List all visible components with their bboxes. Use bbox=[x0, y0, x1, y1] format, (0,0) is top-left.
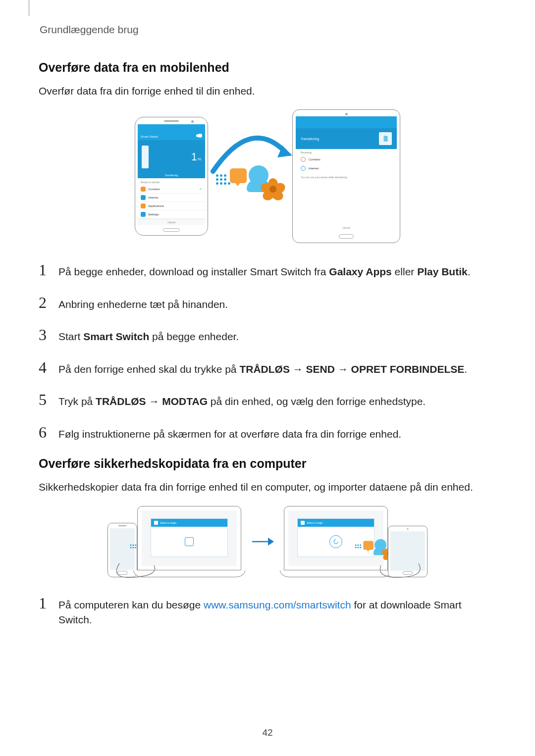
progress-percent: 1% bbox=[191, 151, 201, 163]
step-item: 2 Anbring enhederne tæt på hinanden. bbox=[39, 295, 496, 312]
list-item: Internet bbox=[296, 164, 397, 173]
app-logo-icon bbox=[154, 521, 158, 525]
step-item: 1 På computeren kan du besøge www.samsun… bbox=[39, 595, 496, 628]
list-item: Applications bbox=[138, 202, 205, 210]
settings-icon bbox=[141, 212, 146, 217]
section-intro-computer: Sikkerhedskopier data fra din forrige en… bbox=[39, 480, 496, 495]
tablet-subheader: Receiving bbox=[296, 149, 397, 155]
step-item: 1 På begge enheder, download og installe… bbox=[39, 262, 496, 279]
illustration-small-tablet bbox=[388, 526, 428, 577]
link-smartswitch[interactable]: www.samsung.com/smartswitch bbox=[204, 599, 351, 610]
step-text: Anbring enhederne tæt på hinanden. bbox=[58, 297, 228, 312]
step-item: 6 Følg instruktionerne på skærmen for at… bbox=[39, 424, 496, 442]
home-button-icon bbox=[163, 228, 180, 232]
progress-bar-icon bbox=[142, 146, 149, 168]
figure-transfer-mobile: Smart Switch 1% Transferring Ready to tr… bbox=[39, 109, 496, 243]
step-text: På begge enheder, download og installer … bbox=[58, 264, 471, 279]
tablet-body-note: You can use your device while transferri… bbox=[296, 173, 397, 224]
section-heading-mobile: Overføre data fra en mobilenhed bbox=[39, 60, 496, 75]
step-text: Start Smart Switch på begge enheder. bbox=[58, 329, 239, 344]
step-text: Følg instruktionerne på skærmen for at o… bbox=[58, 427, 401, 442]
contacts-icon bbox=[301, 157, 306, 162]
steps-list-mobile: 1 På begge enheder, download og installe… bbox=[39, 262, 496, 442]
step-text: På computeren kan du besøge www.samsung.… bbox=[58, 598, 496, 628]
tablet-status-label: Transferring bbox=[301, 137, 319, 141]
step-number: 5 bbox=[39, 392, 58, 407]
internet-icon bbox=[301, 166, 306, 171]
dots-grid-icon bbox=[216, 174, 230, 186]
illustration-phone-to-laptop: Select to begin bbox=[107, 506, 241, 577]
list-item: Contacts bbox=[296, 155, 397, 164]
internet-icon bbox=[141, 195, 146, 200]
section-heading-computer: Overføre sikkerhedskopidata fra en compu… bbox=[39, 456, 496, 471]
list-item: Contacts✓ bbox=[138, 185, 205, 194]
dots-grid-icon bbox=[130, 544, 137, 549]
illustration-phone: Smart Switch 1% Transferring Ready to tr… bbox=[135, 117, 208, 236]
step-item: 5 Tryk på TRÅDLØS → MODTAG på din enhed,… bbox=[39, 392, 496, 409]
step-number: 4 bbox=[39, 359, 58, 375]
phone-footer: Cancel bbox=[138, 219, 205, 225]
check-icon: ✓ bbox=[199, 187, 202, 191]
home-button-icon bbox=[339, 234, 354, 239]
section-intro-mobile: Overfør data fra din forrige enhed til d… bbox=[39, 84, 496, 99]
step-number: 1 bbox=[39, 262, 58, 278]
svg-marker-2 bbox=[268, 538, 274, 546]
arrow-right-icon bbox=[250, 536, 275, 548]
dots-grid-icon bbox=[355, 544, 362, 549]
illustration-laptop-to-tablet: Select to begin bbox=[284, 506, 428, 577]
phone-app-title: Smart Switch bbox=[141, 135, 158, 138]
list-header: Ready to transfer bbox=[138, 178, 205, 185]
header-divider bbox=[29, 0, 29, 16]
illustration-transfer-cluster bbox=[213, 142, 287, 211]
step-text: På den forrige enhed skal du trykke på T… bbox=[58, 362, 467, 377]
page-number: 42 bbox=[0, 727, 535, 738]
phone-status-label: Transferring bbox=[138, 174, 205, 178]
document-icon bbox=[379, 132, 392, 145]
flower-icon bbox=[262, 178, 284, 201]
toggle-icon bbox=[196, 134, 202, 137]
app-bar-label: Select to begin bbox=[307, 521, 323, 524]
list-item: Internet bbox=[138, 194, 205, 202]
step-item: 4 På den forrige enhed skal du trykke på… bbox=[39, 359, 496, 377]
page-content: Grundlæggende brug Overføre data fra en … bbox=[0, 0, 535, 662]
step-text: Tryk på TRÅDLØS → MODTAG på din enhed, o… bbox=[58, 394, 426, 409]
contacts-icon bbox=[141, 187, 146, 192]
step-number: 2 bbox=[39, 295, 58, 310]
illustration-tablet: Transferring Receiving Contacts Internet… bbox=[292, 109, 400, 243]
applications-icon bbox=[141, 203, 146, 208]
step-item: 3 Start Smart Switch på begge enheder. bbox=[39, 327, 496, 344]
speech-bubble-icon bbox=[363, 541, 373, 550]
app-bar-label: Select to begin bbox=[160, 521, 176, 524]
steps-list-computer: 1 På computeren kan du besøge www.samsun… bbox=[39, 595, 496, 628]
sync-icon bbox=[329, 535, 342, 548]
step-number: 1 bbox=[39, 595, 58, 611]
step-number: 3 bbox=[39, 327, 58, 343]
breadcrumb: Grundlæggende brug bbox=[39, 24, 496, 36]
step-number: 6 bbox=[39, 424, 58, 440]
app-logo-icon bbox=[301, 521, 305, 525]
speech-bubble-icon bbox=[230, 168, 247, 183]
illustration-laptop: Select to begin bbox=[137, 506, 241, 577]
device-icon bbox=[185, 537, 194, 546]
figure-transfer-computer: Select to begin Sele bbox=[39, 506, 496, 577]
tablet-footer: Cancel bbox=[296, 224, 397, 231]
list-item: Settings bbox=[138, 210, 205, 219]
